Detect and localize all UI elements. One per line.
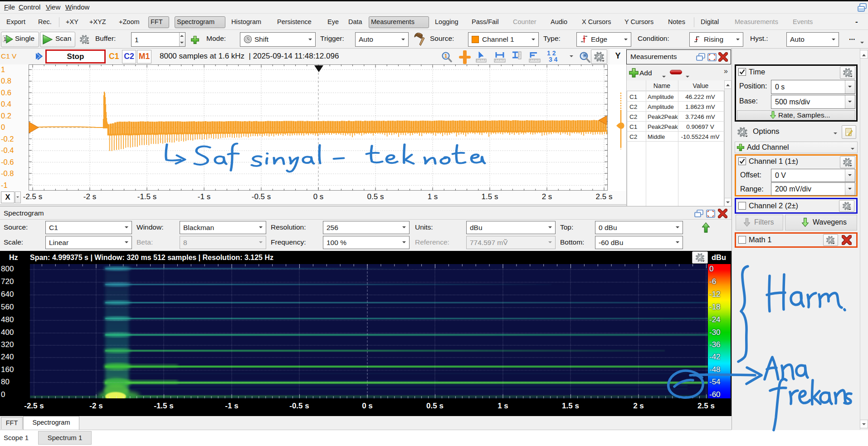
svg-text:1: 1	[4, 37, 6, 42]
svg-text:1: 1	[444, 53, 447, 59]
